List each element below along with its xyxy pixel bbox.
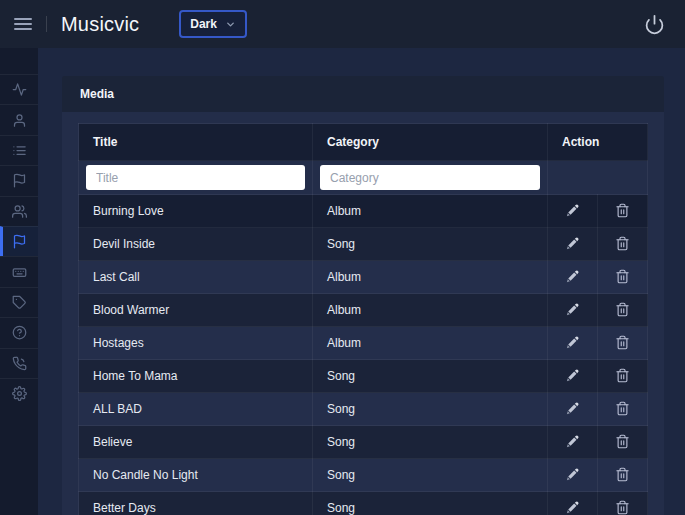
trash-icon bbox=[615, 401, 630, 416]
trash-icon bbox=[615, 368, 630, 383]
sidebar-item-user[interactable] bbox=[0, 104, 38, 134]
media-panel: Media Title Category Action bbox=[62, 76, 664, 515]
row-title: No Candle No Light bbox=[79, 459, 313, 492]
edit-button[interactable] bbox=[562, 366, 584, 386]
users-icon bbox=[12, 204, 27, 219]
delete-button[interactable] bbox=[612, 366, 634, 386]
row-category: Album bbox=[313, 261, 548, 294]
delete-button[interactable] bbox=[612, 498, 634, 515]
category-filter-input[interactable] bbox=[320, 165, 540, 190]
sidebar-item-help-circle[interactable] bbox=[0, 317, 38, 347]
row-category: Album bbox=[313, 294, 548, 327]
column-header-category: Category bbox=[313, 124, 548, 161]
trash-icon bbox=[615, 500, 630, 515]
phone-icon bbox=[12, 356, 27, 371]
header-divider bbox=[46, 16, 47, 32]
theme-dropdown[interactable]: Dark bbox=[179, 10, 247, 38]
delete-button[interactable] bbox=[612, 399, 634, 419]
sidebar-item-list[interactable] bbox=[0, 135, 38, 165]
edit-button[interactable] bbox=[562, 465, 584, 485]
brand-title: Musicvic bbox=[61, 13, 139, 36]
row-category: Song bbox=[313, 360, 548, 393]
main-content: Media Title Category Action bbox=[38, 48, 685, 515]
theme-dropdown-value: Dark bbox=[190, 17, 217, 31]
power-button[interactable] bbox=[631, 0, 677, 48]
pencil-icon bbox=[565, 335, 580, 350]
edit-button[interactable] bbox=[562, 300, 584, 320]
sidebar-item-keyboard[interactable] bbox=[0, 256, 38, 286]
sidebar-item-tag[interactable] bbox=[0, 287, 38, 317]
pencil-icon bbox=[565, 434, 580, 449]
edit-button[interactable] bbox=[562, 432, 584, 452]
flag-icon bbox=[12, 234, 27, 249]
edit-button[interactable] bbox=[562, 333, 584, 353]
activity-icon bbox=[12, 82, 27, 97]
trash-icon bbox=[615, 467, 630, 482]
title-filter-input[interactable] bbox=[86, 165, 305, 190]
row-category: Song bbox=[313, 393, 548, 426]
table-row: Believe Song bbox=[79, 426, 648, 459]
delete-button[interactable] bbox=[612, 201, 634, 221]
table-row: Home To Mama Song bbox=[79, 360, 648, 393]
row-title: Home To Mama bbox=[79, 360, 313, 393]
table-row: No Candle No Light Song bbox=[79, 459, 648, 492]
delete-button[interactable] bbox=[612, 300, 634, 320]
row-category: Album bbox=[313, 327, 548, 360]
edit-button[interactable] bbox=[562, 234, 584, 254]
row-category: Song bbox=[313, 492, 548, 515]
trash-icon bbox=[615, 434, 630, 449]
table-row: Burning Love Album bbox=[79, 195, 648, 228]
column-header-action: Action bbox=[548, 124, 648, 161]
pencil-icon bbox=[565, 269, 580, 284]
row-category: Album bbox=[313, 195, 548, 228]
row-title: Devil Inside bbox=[79, 228, 313, 261]
row-category: Song bbox=[313, 228, 548, 261]
sidebar-item-flag-active[interactable] bbox=[0, 226, 38, 256]
hamburger-menu-button[interactable] bbox=[0, 0, 46, 48]
delete-button[interactable] bbox=[612, 267, 634, 287]
panel-body: Title Category Action bbox=[62, 112, 664, 515]
row-title: Believe bbox=[79, 426, 313, 459]
keyboard-icon bbox=[12, 265, 27, 280]
chevron-down-icon bbox=[225, 19, 236, 30]
delete-button[interactable] bbox=[612, 333, 634, 353]
trash-icon bbox=[615, 203, 630, 218]
row-title: ALL BAD bbox=[79, 393, 313, 426]
edit-button[interactable] bbox=[562, 399, 584, 419]
pencil-icon bbox=[565, 401, 580, 416]
edit-button[interactable] bbox=[562, 498, 584, 515]
row-title: Last Call bbox=[79, 261, 313, 294]
tag-icon bbox=[12, 295, 27, 310]
edit-button[interactable] bbox=[562, 267, 584, 287]
top-header: Musicvic Dark bbox=[0, 0, 685, 48]
column-header-title: Title bbox=[79, 124, 313, 161]
delete-button[interactable] bbox=[612, 234, 634, 254]
pencil-icon bbox=[565, 302, 580, 317]
panel-title: Media bbox=[80, 87, 114, 101]
sidebar-item-activity[interactable] bbox=[0, 74, 38, 104]
sidebar-item-flag[interactable] bbox=[0, 165, 38, 195]
pencil-icon bbox=[565, 500, 580, 515]
row-category: Song bbox=[313, 426, 548, 459]
sidebar-item-users[interactable] bbox=[0, 196, 38, 226]
table-row: Hostages Album bbox=[79, 327, 648, 360]
row-title: Better Days bbox=[79, 492, 313, 515]
delete-button[interactable] bbox=[612, 465, 634, 485]
trash-icon bbox=[615, 236, 630, 251]
power-icon bbox=[644, 14, 665, 35]
sidebar-item-settings[interactable] bbox=[0, 378, 38, 408]
edit-button[interactable] bbox=[562, 201, 584, 221]
table-header-row: Title Category Action bbox=[79, 124, 648, 161]
row-category: Song bbox=[313, 459, 548, 492]
sidebar-item-phone[interactable] bbox=[0, 348, 38, 378]
delete-button[interactable] bbox=[612, 432, 634, 452]
trash-icon bbox=[615, 335, 630, 350]
row-title: Hostages bbox=[79, 327, 313, 360]
table-row: Last Call Album bbox=[79, 261, 648, 294]
pencil-icon bbox=[565, 368, 580, 383]
filter-action-cell bbox=[548, 161, 648, 195]
table-row: Better Days Song bbox=[79, 492, 648, 515]
pencil-icon bbox=[565, 203, 580, 218]
panel-header: Media bbox=[62, 76, 664, 112]
pencil-icon bbox=[565, 467, 580, 482]
